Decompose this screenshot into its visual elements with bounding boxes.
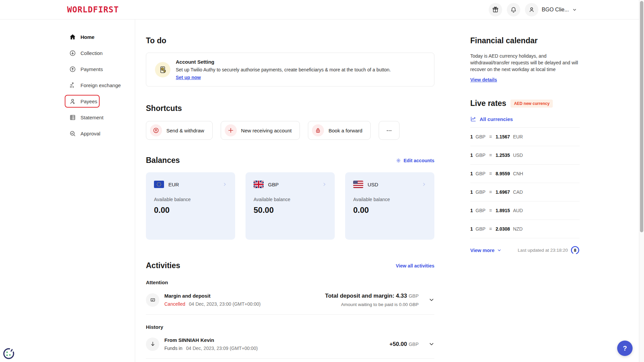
edit-accounts-link[interactable]: Edit accounts: [396, 158, 434, 163]
aed-new-currency-badge: AED new currency: [511, 100, 553, 108]
sidebar-item-home[interactable]: Home: [0, 29, 135, 45]
attention-row[interactable]: Margin and deposit Cancelled 04 Dec, 202…: [146, 289, 434, 311]
divider: [146, 314, 434, 315]
book-a-forward-button[interactable]: Book a forward: [308, 121, 371, 140]
financial-calendar-message: Today is AED currency holidays, and with…: [470, 53, 580, 73]
view-details-link[interactable]: View details: [470, 77, 497, 82]
balance-card-gbp[interactable]: GBP Available balance 50.00: [246, 172, 335, 240]
balances-header: Balances Edit accounts: [146, 156, 434, 165]
base-amount: 1: [470, 134, 473, 139]
activities-header: Activities View all activities: [146, 261, 434, 270]
last-updated-text: Last updated at 23:18:20: [518, 248, 568, 253]
base-amount: 1: [470, 208, 473, 213]
financial-calendar-heading: Financial calendar: [470, 36, 580, 45]
rate-row-nzd: 1 GBP = 2.0308 NZD: [470, 220, 580, 238]
history-currency: GBP: [409, 342, 419, 347]
chevron-down-icon[interactable]: [429, 297, 434, 303]
page-scrollbar[interactable]: [639, 0, 644, 362]
rate-currency: CAD: [513, 189, 523, 195]
gifts-button[interactable]: [489, 3, 502, 16]
header-actions: BGO Clie...: [489, 3, 577, 16]
cookie-settings-button[interactable]: [2, 345, 16, 361]
ellipsis-icon: [386, 127, 392, 134]
all-currencies-link[interactable]: All currencies: [470, 116, 580, 122]
chevron-down-icon[interactable]: [429, 341, 434, 347]
equals-sign: =: [489, 208, 492, 213]
rates-list: 1 GBP = 1.1567 EUR 1 GBP = 1.2535 USD 1 …: [470, 127, 580, 238]
history-row[interactable]: From SINNIAH Kevin Funds in 04 Dec, 2023…: [146, 333, 434, 355]
todo-card-text: Account Setting Set up Twilio Authy to s…: [176, 59, 391, 80]
history-row-main: From SINNIAH Kevin Funds in 04 Dec, 2023…: [164, 337, 258, 351]
attention-subtext: Amount waiting to be paid is 0.00 GBP: [325, 302, 419, 307]
scrollbar-thumb[interactable]: [640, 1, 643, 232]
phone-security-icon: $: [155, 62, 170, 77]
rate-row-cnh: 1 GBP = 8.9559 CNH: [470, 165, 580, 183]
base-amount: 1: [470, 226, 473, 232]
equals-sign: =: [489, 153, 492, 158]
all-currencies-label: All currencies: [480, 116, 513, 122]
sidebar-item-collection[interactable]: Collection: [0, 45, 135, 61]
send-withdraw-button[interactable]: Send & withdraw: [146, 121, 213, 140]
available-balance-label: Available balance: [254, 197, 327, 202]
view-more-link[interactable]: View more: [470, 248, 501, 253]
user-avatar: [525, 3, 538, 16]
cookie-icon: [2, 345, 16, 361]
rate-value: 1.8915: [496, 208, 510, 213]
sidebar-item-payees[interactable]: Payees: [0, 93, 135, 109]
base-currency: GBP: [476, 153, 486, 158]
base-currency: GBP: [476, 189, 486, 195]
currency-code: EUR: [168, 182, 179, 187]
equals-sign: =: [489, 171, 492, 176]
eu-flag: [154, 181, 164, 188]
chevron-right-icon: [322, 182, 327, 187]
countdown-timer: 8: [571, 246, 580, 255]
attention-total-currency: GBP: [409, 293, 419, 299]
rate-value: 2.0308: [496, 226, 510, 232]
notifications-button[interactable]: [507, 3, 520, 16]
help-label: ?: [623, 345, 627, 352]
currency-code: GBP: [268, 182, 279, 187]
payees-icon: [69, 98, 76, 105]
status-badge: Cancelled: [164, 301, 185, 307]
rate-row-eur: 1 GBP = 1.1567 EUR: [470, 128, 580, 146]
sidebar-item-approval[interactable]: Approval: [0, 125, 135, 141]
attention-total: Total deposit and margin: 4.33: [325, 293, 407, 299]
svg-text:$: $: [162, 68, 163, 70]
new-receiving-account-button[interactable]: New receiving account: [221, 121, 300, 140]
send-withdraw-icon: [150, 124, 162, 136]
base-amount: 1: [470, 189, 473, 195]
balance-card-eur[interactable]: EUR Available balance 0.00: [146, 172, 235, 240]
payments-icon: [69, 65, 76, 73]
margin-deposit-icon: [146, 293, 159, 307]
attention-title: Margin and deposit: [164, 293, 261, 299]
live-rates-footer: View more Last updated at 23:18:20 8: [470, 246, 580, 255]
base-currency: GBP: [476, 208, 486, 213]
rate-currency: EUR: [513, 134, 523, 139]
balance-card-usd[interactable]: USD Available balance 0.00: [345, 172, 434, 240]
base-currency: GBP: [476, 171, 486, 176]
countdown-value: 8: [571, 246, 580, 255]
account-name: BGO Clie...: [542, 7, 569, 13]
more-shortcuts-button[interactable]: [379, 121, 399, 140]
live-rates-heading: Live rates: [470, 99, 506, 108]
gb-flag: [254, 181, 264, 188]
rates-chart-icon: [470, 116, 476, 122]
base-amount: 1: [470, 153, 473, 158]
balances-heading: Balances: [146, 156, 180, 165]
account-menu[interactable]: BGO Clie...: [525, 3, 577, 16]
view-all-activities-link[interactable]: View all activities: [396, 263, 434, 268]
sidebar-item-label: Statement: [80, 115, 103, 120]
help-button[interactable]: ?: [617, 341, 633, 356]
rate-row-cad: 1 GBP = 1.6967 CAD: [470, 183, 580, 201]
sidebar-item-payments[interactable]: Payments: [0, 61, 135, 77]
currency-code: USD: [368, 182, 378, 187]
rate-currency: NZD: [513, 226, 523, 232]
sidebar-item-statement[interactable]: Statement: [0, 109, 135, 125]
attention-row-right: Total deposit and margin: 4.33GBP Amount…: [325, 293, 419, 307]
rate-currency: USD: [513, 153, 523, 158]
sidebar-item-foreign-exchange[interactable]: Foreign exchange: [0, 77, 135, 93]
sidebar-item-label: Collection: [80, 50, 103, 56]
top-header: WORLDFIRST: [0, 0, 639, 19]
set-up-now-link[interactable]: Set up now: [176, 75, 201, 80]
rate-row-usd: 1 GBP = 1.2535 USD: [470, 146, 580, 165]
